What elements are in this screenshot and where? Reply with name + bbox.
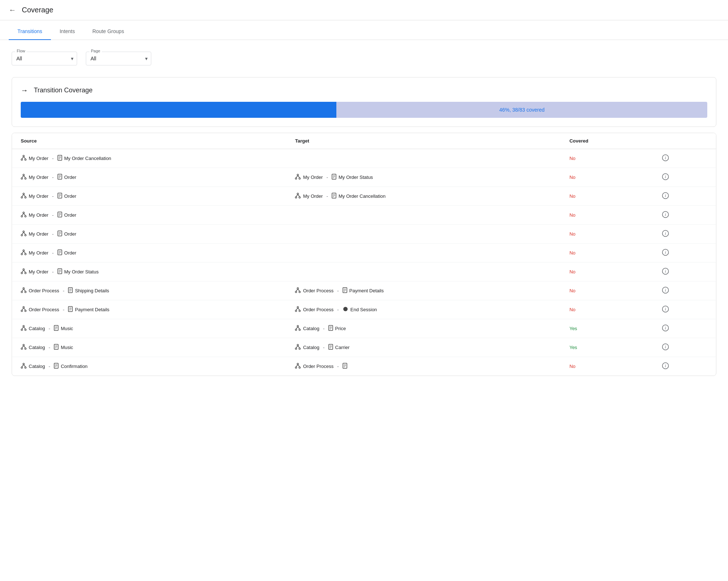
covered-status: No [569,175,576,180]
tab-transitions[interactable]: Transitions [9,23,51,40]
back-button[interactable]: ← [9,6,16,14]
action-cell[interactable]: i [653,281,716,300]
svg-line-55 [24,213,25,216]
info-icon[interactable]: i [662,327,669,333]
table-row: My Order - Order No i [12,225,716,244]
svg-point-126 [299,310,300,312]
info-icon[interactable]: i [662,252,669,257]
table-row: My Order - Order My Order - My Order Can… [12,187,716,206]
cell-dash: - [337,288,339,293]
cell-page-icon [57,193,62,200]
info-icon[interactable]: i [662,157,669,163]
svg-point-141 [297,325,299,327]
source-flow-icon [295,193,301,200]
svg-point-143 [299,329,300,330]
col-actions [653,133,716,149]
cell-page-icon [343,306,348,313]
col-covered: Covered [561,133,653,149]
svg-line-88 [24,270,25,272]
info-icon[interactable]: i [662,365,669,370]
cell-flow-name: My Order [29,175,48,180]
svg-line-175 [22,365,24,367]
svg-point-163 [299,348,300,349]
source-cell: My Order - Order [12,244,286,263]
svg-point-40 [297,193,299,195]
action-cell[interactable]: i [653,263,716,281]
covered-cell: No [561,244,653,263]
target-cell: Order Process - [286,357,560,376]
cell-flow-name: Catalog [303,345,319,350]
svg-line-119 [24,308,25,310]
cell-page-name: Order [64,175,76,180]
cell-content: My Order - Order [21,231,277,237]
action-cell[interactable]: i [653,244,716,263]
action-cell[interactable]: i [653,168,716,187]
action-cell[interactable]: i [653,357,716,376]
flow-select[interactable]: All [12,52,77,65]
action-cell[interactable]: i [653,338,716,357]
svg-line-164 [296,346,298,348]
covered-cell: No [561,206,653,225]
svg-text:i: i [665,288,666,292]
svg-line-144 [296,327,298,329]
cell-content: My Order - Order [21,249,277,256]
source-cell: My Order - My Order Status [12,263,286,281]
info-icon[interactable]: i [662,346,669,352]
action-cell[interactable]: i [653,206,716,225]
cell-page-icon [54,325,59,332]
action-cell[interactable]: i [653,300,716,319]
covered-status: No [569,193,576,199]
svg-point-162 [295,348,297,349]
svg-point-181 [297,363,299,365]
progress-bar-label: 46%, 38/83 covered [336,107,707,113]
cell-flow-name: My Order [29,193,48,199]
col-source: Source [12,133,286,149]
page-select[interactable]: All [86,52,151,65]
cell-content: Order Process - [295,363,552,370]
table-row: Order Process - Payment Details Order Pr… [12,300,716,319]
cell-dash: - [323,326,324,331]
svg-point-115 [23,306,24,308]
cell-content: My Order - My Order Cancellation [21,155,277,162]
svg-point-33 [25,197,26,198]
table-row: Catalog - Music Catalog - Carrier Yes i [12,338,716,357]
svg-point-132 [23,325,24,327]
svg-point-63 [21,235,23,236]
svg-point-182 [295,367,297,368]
cell-dash: - [337,364,339,369]
action-cell[interactable]: i [653,149,716,168]
source-cell: Catalog - Music [12,319,286,338]
svg-text:i: i [665,175,666,179]
covered-status: No [569,250,576,256]
svg-line-4 [24,157,25,159]
cell-page-name: Price [335,326,346,331]
svg-line-44 [298,195,300,197]
cell-content: My Order - Order [21,174,277,181]
action-cell[interactable]: i [653,319,716,338]
source-flow-icon [21,193,27,200]
svg-text:i: i [665,326,666,330]
svg-line-3 [22,157,24,159]
cell-page-name: Music [61,326,73,331]
info-icon[interactable]: i [662,289,669,295]
cell-page-icon [68,287,73,294]
svg-point-41 [295,197,297,198]
table-row: My Order - My Order Status No i [12,263,716,281]
svg-text:i: i [665,345,666,349]
info-icon[interactable]: i [662,233,669,238]
info-icon[interactable]: i [662,176,669,181]
info-icon[interactable]: i [662,214,669,219]
info-icon[interactable]: i [662,308,669,314]
action-cell[interactable]: i [653,225,716,244]
coverage-card: → Transition Coverage 46%, 38/83 covered [12,77,716,127]
svg-point-134 [25,329,26,330]
cell-dash: - [52,193,53,199]
covered-status: No [569,288,576,293]
action-cell[interactable]: i [653,187,716,206]
cell-page-name: Carrier [335,345,350,350]
svg-line-136 [24,327,25,329]
tab-intents[interactable]: Intents [51,23,84,40]
info-icon[interactable]: i [662,271,669,276]
info-icon[interactable]: i [662,195,669,200]
tab-route-groups[interactable]: Route Groups [84,23,133,40]
